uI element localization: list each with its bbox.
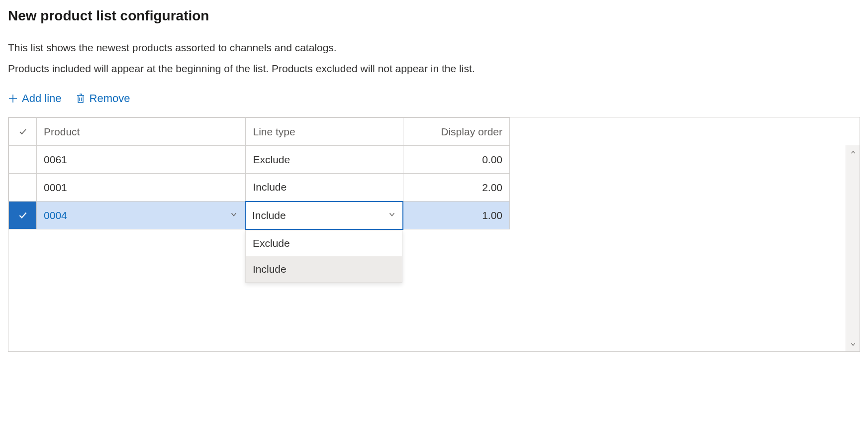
display-order-cell[interactable]: 0.00: [403, 146, 509, 174]
grid-wrapper: Product Line type Display order 0061 Exc…: [8, 117, 860, 352]
display-order-cell[interactable]: 1.00: [403, 202, 509, 229]
table-row[interactable]: 0061 Exclude 0.00: [9, 146, 510, 174]
check-icon: [9, 202, 36, 229]
chevron-down-icon[interactable]: [387, 210, 396, 221]
grid-header-row: Product Line type Display order: [9, 118, 510, 146]
trash-icon: [76, 93, 86, 104]
dropdown-option-include[interactable]: Include: [246, 256, 402, 282]
column-header-display-order[interactable]: Display order: [403, 118, 509, 146]
product-cell[interactable]: 0004: [37, 202, 246, 229]
column-header-product[interactable]: Product: [37, 118, 246, 146]
add-line-label: Add line: [22, 92, 62, 105]
scroll-down-button[interactable]: [846, 337, 860, 351]
row-select-cell[interactable]: [9, 146, 37, 174]
display-order-cell[interactable]: 2.00: [403, 174, 509, 202]
remove-button[interactable]: Remove: [76, 90, 130, 107]
add-line-button[interactable]: Add line: [8, 90, 62, 107]
product-grid: Product Line type Display order 0061 Exc…: [8, 117, 510, 230]
product-cell[interactable]: 0001: [37, 174, 246, 202]
check-icon: [16, 127, 29, 137]
dropdown-option-exclude[interactable]: Exclude: [246, 230, 402, 256]
grid-scrollbar: [846, 145, 860, 351]
product-cell[interactable]: 0061: [37, 146, 246, 174]
description-line-1: This list shows the newest products asso…: [8, 40, 860, 56]
chevron-down-icon[interactable]: [229, 210, 238, 221]
column-header-line-type[interactable]: Line type: [246, 118, 403, 146]
table-row[interactable]: 0004 Include: [9, 202, 510, 229]
page-title: New product list configuration: [8, 8, 860, 24]
plus-icon: [8, 94, 18, 104]
line-type-value: Include: [252, 210, 286, 221]
row-select-cell[interactable]: [9, 174, 37, 202]
line-type-dropdown[interactable]: Include Exclude Include: [246, 202, 403, 229]
table-row[interactable]: 0001 Include 2.00: [9, 174, 510, 202]
description-line-2: Products included will appear at the beg…: [8, 61, 860, 77]
scroll-up-button[interactable]: [846, 145, 860, 159]
remove-label: Remove: [90, 92, 130, 105]
line-type-cell[interactable]: Include: [246, 174, 403, 202]
row-select-cell[interactable]: [9, 202, 37, 229]
select-all-header[interactable]: [9, 118, 37, 146]
line-type-dropdown-flyout: Exclude Include: [245, 230, 402, 283]
product-value: 0004: [44, 210, 67, 221]
line-type-cell[interactable]: Exclude: [246, 146, 403, 174]
toolbar: Add line Remove: [8, 90, 860, 107]
